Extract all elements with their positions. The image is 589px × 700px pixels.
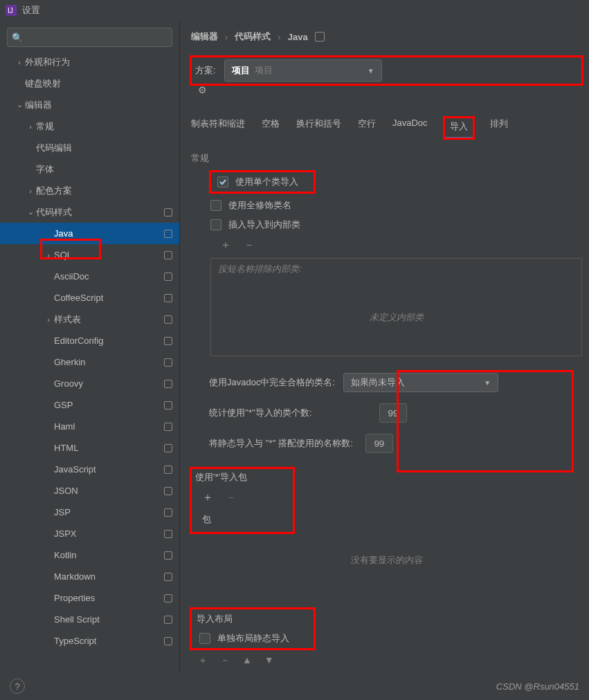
titlebar: IJ 设置: [0, 0, 589, 21]
tree-item-编辑器[interactable]: ⌄编辑器: [0, 94, 179, 116]
tree-item-editorconfig[interactable]: EditorConfig: [0, 330, 179, 351]
scheme-label: 方案:: [195, 64, 216, 77]
scope-icon: [164, 444, 172, 452]
bc-editor[interactable]: 编辑器: [191, 30, 218, 43]
sidebar: 🔍 ›外观和行为键盘映射⌄编辑器›常规代码编辑字体›配色方案⌄代码样式Java›…: [0, 21, 180, 672]
tree-item-label: JavaScript: [54, 464, 160, 475]
tree-item-jsp[interactable]: JSP: [0, 501, 179, 523]
tree-item-代码样式[interactable]: ⌄代码样式: [0, 201, 179, 223]
chk-layout-static[interactable]: 单独布局静态导入: [199, 632, 309, 645]
svg-text:IJ: IJ: [8, 7, 13, 15]
tree-item-json[interactable]: JSON: [0, 480, 179, 501]
chevron-icon: ›: [14, 58, 25, 66]
chk-fqn[interactable]: 使用全修饰类名: [210, 199, 582, 212]
tree-item-label: JSP: [54, 507, 160, 517]
chk-single-class-import[interactable]: 使用单个类导入: [210, 172, 314, 192]
javadoc-label: 使用Javadoc中完全合格的类名:: [209, 376, 335, 389]
scheme-dropdown[interactable]: 项目 项目 ▼: [224, 59, 382, 82]
move-up-icon[interactable]: ▲: [242, 654, 252, 667]
tree-item-label: 常规: [36, 120, 172, 133]
checkbox-icon[interactable]: [210, 200, 221, 211]
bc-scope-icon: [315, 32, 325, 42]
scope-icon: [164, 337, 172, 345]
search-input-wrap[interactable]: 🔍: [7, 28, 172, 47]
tree-item-字体[interactable]: 字体: [0, 158, 179, 180]
scope-icon: [164, 380, 172, 388]
tree-item-label: Properties: [54, 593, 160, 603]
javadoc-fqn-row: 使用Javadoc中完全合格的类名: 如果尚未导入 ▼: [209, 373, 582, 392]
tree-item-typescript[interactable]: TypeScript: [0, 630, 179, 652]
tree-item-javascript[interactable]: JavaScript: [0, 459, 179, 480]
tree-item-label: 外观和行为: [25, 56, 172, 68]
tree-item-label: 编辑器: [25, 99, 172, 111]
exclude-empty: 未定义内部类: [211, 279, 581, 356]
tree-item-sql[interactable]: ›SQL: [0, 244, 179, 266]
tree-item-coffeescript[interactable]: CoffeeScript: [0, 287, 179, 308]
tree-item-html[interactable]: HTML: [0, 437, 179, 459]
tree-item-样式表[interactable]: ›样式表: [0, 308, 179, 330]
tree-item-代码编辑[interactable]: 代码编辑: [0, 137, 179, 158]
javadoc-dd-value: 如果尚未导入: [351, 376, 405, 389]
add-button[interactable]: ＋: [198, 654, 208, 667]
tree-item-label: JSON: [54, 486, 160, 496]
tree-item-java[interactable]: Java: [0, 223, 179, 244]
tree-item-markdown[interactable]: Markdown: [0, 566, 179, 587]
bc-codestyle[interactable]: 代码样式: [235, 30, 271, 43]
tree-item-键盘映射[interactable]: 键盘映射: [0, 73, 179, 94]
remove-button[interactable]: －: [226, 490, 237, 505]
javadoc-dropdown[interactable]: 如果尚未导入 ▼: [343, 373, 498, 392]
scope-icon: [164, 530, 172, 538]
checkbox-icon[interactable]: [210, 219, 221, 230]
tree-item-shell-script[interactable]: Shell Script: [0, 609, 179, 630]
search-input[interactable]: [26, 33, 167, 43]
tree-item-label: SQL: [54, 250, 160, 260]
tab-空行[interactable]: 空行: [358, 118, 376, 138]
tree-item-外观和行为[interactable]: ›外观和行为: [0, 51, 179, 73]
scope-icon: [164, 230, 172, 238]
add-button[interactable]: ＋: [202, 490, 213, 505]
tree-item-asciidoc[interactable]: AsciiDoc: [0, 266, 179, 287]
chevron-icon: ⌄: [14, 100, 25, 109]
layout-toolbar: ＋ － ▲ ▼: [191, 649, 582, 667]
checkbox-icon[interactable]: [217, 176, 228, 187]
tree-item-label: 代码编辑: [36, 142, 172, 154]
remove-button[interactable]: －: [220, 654, 230, 667]
tab-制表符和缩进[interactable]: 制表符和缩进: [191, 118, 245, 138]
tab-换行和括号[interactable]: 换行和括号: [296, 118, 341, 138]
tab-空格[interactable]: 空格: [262, 118, 280, 138]
tree-item-gherkin[interactable]: Gherkin: [0, 351, 179, 373]
tabs: 制表符和缩进空格换行和括号空行JavaDoc导入排列: [191, 118, 582, 142]
tab-JavaDoc[interactable]: JavaDoc: [392, 118, 428, 138]
count1-input[interactable]: [379, 403, 407, 423]
scope-icon: [164, 594, 172, 602]
tree-item-配色方案[interactable]: ›配色方案: [0, 180, 179, 201]
window-title: 设置: [22, 4, 40, 17]
layout-section: 导入布局 单独布局静态导入 ＋ － ▲ ▼: [191, 609, 582, 667]
scope-icon: [164, 487, 172, 495]
add-button[interactable]: ＋: [220, 238, 231, 252]
remove-button[interactable]: －: [244, 238, 255, 252]
chk-label: 插入导入到内部类: [228, 219, 300, 231]
watermark: CSDN @Rsun04551: [496, 681, 579, 692]
count-star-row: 统计使用''*''导入的类个数:: [209, 403, 582, 423]
move-down-icon[interactable]: ▼: [264, 654, 274, 667]
content: 编辑器 › 代码样式 › Java 方案: 项目 项目 ▼ ⚙ 制表符和缩进空格…: [180, 21, 589, 672]
tab-导入[interactable]: 导入: [444, 118, 473, 138]
gear-icon[interactable]: ⚙: [198, 84, 207, 95]
tree-item-常规[interactable]: ›常规: [0, 116, 179, 137]
tree-item-haml[interactable]: Haml: [0, 416, 179, 437]
bc-sep: ›: [225, 32, 228, 42]
chk-inner-class[interactable]: 插入导入到内部类: [210, 219, 582, 231]
chevron-icon: ›: [43, 251, 54, 259]
tab-排列[interactable]: 排列: [490, 118, 508, 138]
tree-item-properties[interactable]: Properties: [0, 587, 179, 609]
tree-item-gsp[interactable]: GSP: [0, 394, 179, 416]
checkbox-icon[interactable]: [199, 633, 210, 644]
tree-item-groovy[interactable]: Groovy: [0, 373, 179, 394]
tree-item-kotlin[interactable]: Kotlin: [0, 544, 179, 566]
tree-item-label: 配色方案: [36, 185, 172, 197]
tree-item-label: Groovy: [54, 378, 160, 389]
count2-input[interactable]: [365, 434, 393, 453]
help-icon[interactable]: ?: [10, 679, 25, 694]
tree-item-jspx[interactable]: JSPX: [0, 523, 179, 544]
